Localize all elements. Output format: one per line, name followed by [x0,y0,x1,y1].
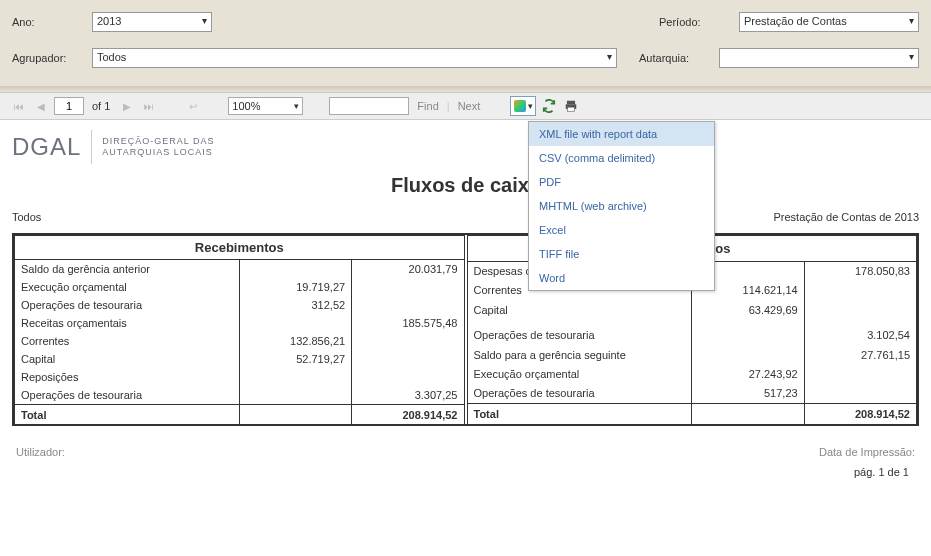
report-toolbar: ⏮ ◀ of 1 ▶ ⏭ ↩ 100% Find | Next XML file… [0,92,931,120]
print-button[interactable] [562,97,580,115]
refresh-icon [542,99,556,113]
table-row: Correntes132.856,21 [15,332,465,350]
refresh-button[interactable] [540,97,558,115]
periodo-label: Período: [659,16,739,28]
export-menu-item[interactable]: Excel [529,218,714,242]
periodo-select[interactable]: Prestação de Contas [739,12,919,32]
agrupador-select[interactable]: Todos [92,48,617,68]
recebimentos-header: Recebimentos [15,236,465,260]
export-menu-item[interactable]: CSV (comma delimited) [529,146,714,170]
next-find-button[interactable]: Next [458,100,481,112]
find-button[interactable]: Find [417,100,438,112]
total-value: 208.914,52 [804,403,916,424]
export-menu: XML file with report data CSV (comma del… [528,121,715,291]
table-row: Reposições [15,368,465,386]
svg-rect-2 [568,107,575,111]
logo-subtitle: DIREÇÃO-GERAL DAS [102,136,214,147]
table-row: Operações de tesouraria3.307,25 [15,386,465,405]
table-row: Capital63.429,69 [467,300,917,319]
print-icon [564,99,578,113]
table-row: Operações de tesouraria312,52 [15,296,465,314]
table-row: Execução orçamental19.719,27 [15,278,465,296]
page-of-text: of 1 [92,100,110,112]
export-menu-item[interactable]: TIFF file [529,242,714,266]
page-number: pág. 1 de 1 [12,466,919,478]
autarquia-label: Autarquia: [639,52,719,64]
back-parent-button[interactable]: ↩ [184,97,202,115]
autarquia-select[interactable] [719,48,919,68]
agrupador-label: Agrupador: [12,52,92,64]
logo-subtitle: AUTARQUIAS LOCAIS [102,147,214,158]
table-row: Receitas orçamentais185.575,48 [15,314,465,332]
export-menu-item[interactable]: Word [529,266,714,290]
ano-select[interactable]: 2013 [92,12,212,32]
svg-rect-0 [567,101,575,105]
zoom-select[interactable]: 100% [228,97,303,115]
report-title: Fluxos de caixa [12,174,919,197]
recebimentos-table: Recebimentos Saldo da gerência anterior2… [14,235,465,424]
export-icon [514,100,526,112]
export-menu-item[interactable]: XML file with report data [529,122,714,146]
table-row: Operações de tesouraria517,23 [467,383,917,403]
total-value: 208.914,52 [352,405,464,425]
table-row: Execução orçamental27.243,92 [467,364,917,383]
total-label: Total [15,405,240,425]
first-page-button[interactable]: ⏮ [10,97,28,115]
next-page-button[interactable]: ▶ [118,97,136,115]
table-row: Capital52.719,27 [15,350,465,368]
table-row: Saldo para a gerência seguinte27.761,15 [467,345,917,364]
meta-periodo: Prestação de Contas de 2013 [773,211,919,223]
logo-text: DGAL [12,133,81,161]
page-input[interactable] [54,97,84,115]
ano-label: Ano: [12,16,92,28]
total-label: Total [467,403,692,424]
footer-utilizador: Utilizador: [16,446,65,458]
meta-agrupador: Todos [12,211,41,223]
export-menu-item[interactable]: PDF [529,170,714,194]
last-page-button[interactable]: ⏭ [140,97,158,115]
export-menu-item[interactable]: MHTML (web archive) [529,194,714,218]
prev-page-button[interactable]: ◀ [32,97,50,115]
table-row: Saldo da gerência anterior20.031,79 [15,260,465,279]
footer-data-impressao: Data de Impressão: [819,446,915,458]
find-input[interactable] [329,97,409,115]
table-row: Operações de tesouraria3.102,54 [467,326,917,345]
export-button[interactable] [510,96,536,116]
